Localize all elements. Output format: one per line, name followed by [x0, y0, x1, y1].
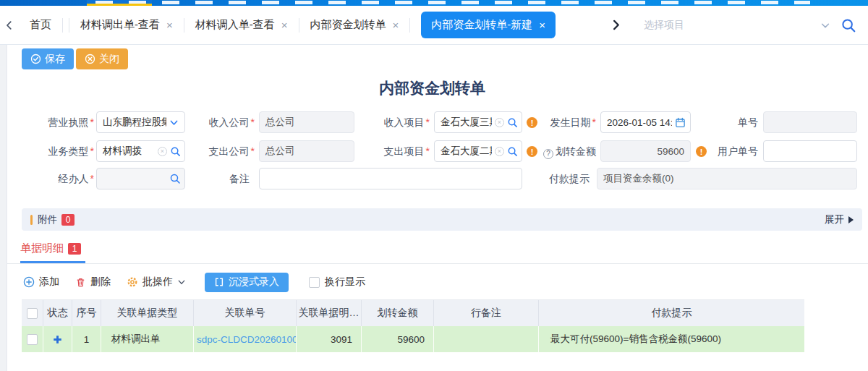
handler-label: 经办人* [14, 168, 94, 189]
chevron-down-icon[interactable] [820, 20, 830, 30]
tab-close-icon[interactable]: × [539, 20, 545, 30]
brackets-icon [214, 277, 224, 287]
save-button[interactable]: 保存 [22, 48, 74, 69]
search-icon[interactable] [169, 173, 181, 184]
tab-close-icon[interactable]: × [393, 20, 399, 30]
transfer-amount-label: 划转金额 [530, 140, 596, 162]
occur-date-label: 发生日期* [539, 111, 596, 133]
immersive-entry-button[interactable]: 沉浸式录入 [205, 273, 289, 292]
row-add-icon[interactable] [53, 335, 62, 344]
close-button-label: 关闭 [99, 53, 119, 66]
col-detail-no: 关联单据明… [297, 300, 362, 326]
user-doc-no-label: 用户单号 [705, 140, 758, 162]
tab-fund-transfer-new-active[interactable]: 内部资金划转单-新建 × [421, 12, 556, 38]
tabs-scroll-right-icon[interactable] [606, 16, 625, 35]
license-label: 营业执照* [14, 111, 94, 133]
col-status: 状态 [43, 300, 72, 326]
clear-icon[interactable] [158, 147, 167, 156]
occur-date-field[interactable]: 2026-01-05 14: [600, 111, 691, 133]
tab-home[interactable]: 首页 [19, 18, 62, 32]
clear-icon[interactable] [495, 118, 504, 127]
col-doc-type: 关联单据类型 [101, 300, 194, 326]
calendar-icon[interactable] [675, 117, 686, 128]
form-panel: 保存 关闭 内部资金划转单 营业执照* 山东鹏程控股集团 收入公司* 总公司 收… [7, 45, 868, 371]
cell-detail-no: 3091 [297, 326, 362, 352]
col-amount: 划转金额 [362, 300, 434, 326]
cell-remark [434, 326, 539, 352]
detail-tab-label: 单据明细 [20, 242, 64, 255]
wrap-label: 换行显示 [325, 276, 365, 289]
remark-label: 备注 [210, 168, 250, 189]
expense-company-label: 支出公司* [195, 140, 255, 162]
expense-project-label: 支出项目* [369, 140, 430, 162]
expand-toggle[interactable]: 展开 [825, 213, 854, 226]
biz-type-field[interactable]: 材料调拨 [96, 140, 185, 162]
tab-close-icon[interactable]: × [166, 20, 173, 30]
plus-circle-icon [23, 276, 35, 288]
x-circle-icon [85, 54, 95, 64]
detail-count-badge: 1 [68, 243, 81, 255]
income-company-label: 收入公司* [195, 111, 255, 133]
tab-detail-lines[interactable]: 单据明细 1 [20, 242, 81, 255]
top-menu-bar [0, 0, 868, 6]
cell-amount: 59600 [362, 326, 434, 352]
biz-type-label: 业务类型* [14, 140, 94, 162]
expand-arrow-icon [848, 216, 854, 223]
attachment-label: 附件 [38, 213, 57, 226]
expense-company-field: 总公司 [259, 140, 354, 162]
wrap-display-checkbox[interactable] [309, 277, 320, 288]
expand-label: 展开 [825, 213, 844, 226]
chevron-down-icon[interactable] [169, 118, 179, 127]
table-row: 1 材料调出单 sdpc-CLDCD2026010000 3091 59600 … [22, 326, 804, 352]
col-remark: 行备注 [434, 300, 539, 326]
cell-tip: 最大可付(59600)=销售含税金额(59600) [539, 326, 804, 352]
tab-material-out-view[interactable]: 材料调出单-查看 × [69, 18, 184, 32]
close-button[interactable]: 关闭 [76, 48, 128, 69]
remark-field[interactable] [259, 168, 522, 189]
income-project-field[interactable]: 金石大厦三期 [434, 111, 522, 133]
select-all-checkbox[interactable] [27, 308, 38, 319]
tab-separator [62, 18, 63, 33]
project-select-placeholder: 选择项目 [644, 19, 820, 32]
tabs-scroll-left-icon[interactable] [0, 16, 19, 35]
check-circle-icon [30, 54, 41, 64]
batch-operations-button[interactable]: 批操作 [127, 276, 186, 289]
app-window: 首页 材料调出单-查看 × 材料调入单-查看 × 内部资金划转单 × 内部资金划… [0, 0, 868, 371]
immersive-label: 沉浸式录入 [229, 276, 279, 289]
tab-label: 首页 [30, 18, 51, 32]
search-icon[interactable] [507, 117, 518, 128]
tab-label: 材料调出单-查看 [80, 18, 160, 32]
tab-fund-transfer[interactable]: 内部资金划转单 × [299, 18, 410, 32]
detail-table: 状态 序号 关联单据类型 关联单号 关联单据明… 划转金额 行备注 付款提示 1… [22, 299, 804, 352]
tab-label: 内部资金划转单-新建 [431, 18, 532, 32]
search-icon[interactable] [507, 146, 518, 157]
trash-icon [75, 277, 86, 288]
save-button-label: 保存 [45, 53, 65, 66]
left-gutter [0, 45, 7, 371]
batch-label: 批操作 [142, 276, 173, 289]
income-project-warning-icon [527, 117, 537, 128]
add-row-button[interactable]: 添加 [23, 276, 59, 289]
handler-field[interactable] [96, 168, 185, 189]
project-search-icon[interactable] [841, 17, 856, 33]
row-checkbox[interactable] [27, 334, 38, 345]
doc-no-link[interactable]: sdpc-CLDCD2026010000 [197, 334, 296, 345]
search-icon[interactable] [170, 146, 181, 157]
expense-project-field[interactable]: 金石大厦二期 [434, 140, 522, 162]
tab-label: 内部资金划转单 [310, 18, 386, 32]
tab-material-in-view[interactable]: 材料调入单-查看 × [184, 18, 299, 32]
clear-icon[interactable] [495, 147, 504, 156]
tab-label: 材料调入单-查看 [195, 18, 275, 32]
delete-row-button[interactable]: 删除 [75, 276, 111, 289]
orange-marker [30, 215, 33, 225]
delete-label: 删除 [90, 276, 111, 289]
grid-toolbar: 添加 删除 批操作 沉浸式录入 换行显示 [23, 271, 365, 293]
gear-icon [127, 276, 138, 288]
income-company-field: 总公司 [259, 111, 354, 133]
tab-close-icon[interactable]: × [281, 20, 288, 30]
project-select[interactable]: 选择项目 [644, 19, 830, 32]
user-doc-no-field[interactable] [763, 140, 857, 162]
license-select[interactable]: 山东鹏程控股集团 [96, 111, 185, 133]
tab-separator [409, 18, 410, 33]
transfer-amount-field: 59600 [600, 140, 691, 162]
